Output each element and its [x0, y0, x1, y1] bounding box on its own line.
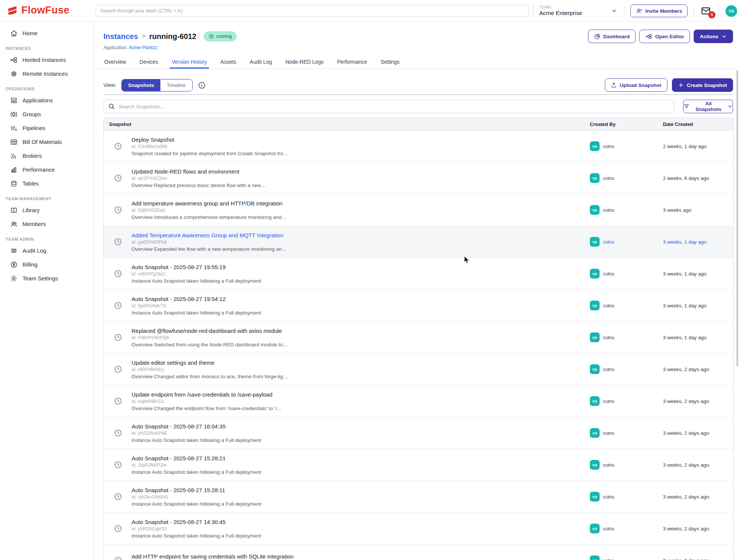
table-row[interactable]: Update editor settings and theme id: AlR… — [104, 353, 733, 385]
date-created-cell: 3 weeks, 1 day ago — [663, 322, 733, 353]
tab-performance[interactable]: Performance — [337, 55, 367, 69]
tab-settings[interactable]: Settings — [381, 55, 400, 69]
table-row[interactable]: Update endpoint from /save-credentials t… — [104, 385, 733, 417]
notifications-button[interactable]: 5 — [701, 6, 711, 15]
info-icon[interactable] — [198, 81, 206, 89]
snapshot-description: Instance Auto Snapshot taken following a… — [132, 437, 261, 443]
sidebar-section-header: TEAM MANAGEMENT — [6, 196, 93, 201]
snapshot-title[interactable]: Add HTTP endpoint for saving credentials… — [132, 553, 293, 560]
snapshot-title[interactable]: Update endpoint from /save-credentials t… — [132, 391, 282, 398]
sidebar-item-bill-of-materials[interactable]: Bill Of Materials — [0, 135, 93, 149]
snapshot-title[interactable]: Replaced @flowfuse/node-red-dashboard wi… — [132, 328, 288, 334]
search-icon — [108, 103, 115, 111]
pipelines-icon — [10, 124, 18, 132]
table-row[interactable]: Auto Snapshot - 2025-08-27 19:54:12 id: … — [104, 290, 733, 322]
tab-audit-log[interactable]: Audit Log — [250, 55, 272, 69]
snapshot-filter-dropdown[interactable]: All Snapshots — [683, 100, 733, 113]
chevron-down-icon[interactable] — [611, 8, 617, 14]
tables-icon — [10, 180, 18, 187]
snapshot-title[interactable]: Added Temperature Awareness Group and MQ… — [132, 232, 287, 238]
sidebar-item-hosted-instances[interactable]: Hosted Instances — [0, 53, 93, 67]
sidebar-item-brokers[interactable]: Brokers — [0, 149, 93, 163]
snapshot-title[interactable]: Deploy Snapshot — [132, 136, 288, 143]
status-running-icon — [209, 34, 214, 39]
open-editor-button[interactable]: Open Editor — [639, 30, 690, 43]
sidebar-item-label: Library — [22, 207, 40, 213]
tab-timeline[interactable]: Timeline — [160, 79, 192, 91]
sidebar-item-home[interactable]: Home — [0, 26, 93, 40]
table-row[interactable]: Auto Snapshot - 2025-08-27 15:28:11 id: … — [104, 481, 733, 513]
avatar: cs — [590, 237, 600, 247]
snapshot-title[interactable]: Update editor settings and theme — [132, 359, 288, 366]
table-row[interactable]: Replaced @flowfuse/node-red-dashboard wi… — [104, 322, 733, 353]
table-row[interactable]: Auto Snapshot - 2025-08-27 15:28:21 id: … — [104, 449, 733, 481]
scrollbar-thumb[interactable] — [736, 70, 738, 366]
table-row[interactable]: Auto Snapshot - 2025-08-27 16:04:35 id: … — [104, 417, 733, 449]
sidebar-item-label: Members — [22, 221, 46, 227]
snapshot-id: id: eojkWlBPZa — [132, 399, 282, 404]
snapshot-search-input[interactable] — [103, 100, 674, 113]
create-snapshot-button[interactable]: Create Snapshot — [672, 78, 733, 92]
application-link[interactable]: Acme Plantzz — [129, 45, 157, 50]
tab-version-history[interactable]: Version History — [172, 55, 207, 69]
sidebar-item-members[interactable]: Members — [0, 217, 93, 231]
tab-node-red-logs[interactable]: Node-RED Logs — [286, 55, 324, 69]
topbar-divider — [624, 6, 624, 16]
date-created-cell: 3 weeks, 2 days ago — [663, 545, 733, 560]
sidebar-item-remote-instances[interactable]: Remote Instances — [0, 67, 93, 81]
sidebar-item-pipelines[interactable]: Pipelines — [0, 121, 93, 135]
dashboard-button[interactable]: Dashboard — [588, 30, 636, 43]
team-label: TEAM: — [539, 5, 606, 9]
sidebar-item-applications[interactable]: Applications — [0, 93, 93, 107]
audit-log-icon — [10, 247, 18, 255]
sidebar-item-performance[interactable]: Performance — [0, 163, 93, 177]
tab-snapshots[interactable]: Snapshots — [122, 79, 160, 91]
topbar-divider — [694, 6, 694, 16]
snapshot-title[interactable]: Auto Snapshot - 2025-08-27 19:55:19 — [132, 264, 261, 270]
snapshot-title[interactable]: Auto Snapshot - 2025-08-27 16:04:35 — [132, 423, 261, 430]
team-selector[interactable]: TEAM: Acme Enterprise — [539, 5, 606, 16]
breadcrumb-instances-link[interactable]: Instances — [103, 32, 138, 41]
table-row[interactable]: Added Temperature Awareness Group and MQ… — [104, 226, 733, 258]
snapshot-title[interactable]: Add temperature awareness group and HTTP… — [132, 200, 286, 207]
author-name: cstns — [603, 526, 614, 532]
upload-snapshot-button[interactable]: Upload Snapshot — [605, 78, 667, 92]
sidebar-item-library[interactable]: Library — [0, 203, 93, 217]
avatar: cs — [590, 173, 600, 183]
sidebar-item-audit-log[interactable]: Audit Log — [0, 244, 93, 258]
invite-members-button[interactable]: Invite Members — [630, 4, 688, 17]
clock-icon — [114, 238, 122, 246]
sidebar-item-groups[interactable]: Groups — [0, 107, 93, 121]
sidebar-item-billing[interactable]: Billing — [0, 258, 93, 271]
global-search-input[interactable] — [96, 5, 529, 16]
breadcrumb: Instances > running-6012 running Dashboa… — [103, 29, 733, 43]
sidebar-item-label: Applications — [22, 97, 53, 103]
tab-assets[interactable]: Assets — [220, 55, 236, 69]
table-row[interactable]: Auto Snapshot - 2025-08-27 14:30:45 id: … — [104, 513, 733, 545]
snapshot-description: Snapshot created for pipeline deployment… — [132, 151, 288, 156]
snapshot-title[interactable]: Auto Snapshot - 2025-08-27 14:30:45 — [132, 519, 261, 525]
snapshot-description: Overview Changed the endpoint flow from … — [132, 406, 282, 411]
table-row[interactable]: Deploy Snapshot id: X3o6Bw1k9W Snapshot … — [104, 130, 733, 162]
sidebar-item-label: Performance — [22, 166, 55, 173]
sidebar-item-tables[interactable]: Tables — [0, 177, 93, 190]
topbar-divider — [718, 6, 719, 16]
user-avatar[interactable]: cs — [726, 5, 737, 17]
flowfuse-logo[interactable]: FlowFuse — [7, 4, 70, 16]
tab-devices[interactable]: Devices — [139, 55, 158, 69]
snapshot-title[interactable]: Auto Snapshot - 2025-08-27 15:28:11 — [132, 487, 261, 493]
snapshot-title[interactable]: Auto Snapshot - 2025-08-27 15:28:21 — [132, 455, 261, 461]
table-row[interactable]: Add temperature awareness group and HTTP… — [104, 194, 733, 226]
author-name: cstns — [603, 144, 614, 149]
actions-button[interactable]: Actions — [694, 30, 733, 43]
created-by-cell: cs cstns — [590, 353, 663, 385]
snapshot-title[interactable]: Updated Node-RED flows and environment — [132, 168, 266, 175]
table-row[interactable]: Updated Node-RED flows and environment i… — [104, 162, 733, 194]
sidebar-item-team-settings[interactable]: Team Settings — [0, 271, 93, 285]
snapshot-title[interactable]: Auto Snapshot - 2025-08-27 19:54:12 — [132, 296, 261, 302]
tab-overview[interactable]: Overview — [104, 55, 126, 69]
table-row[interactable]: Auto Snapshot - 2025-08-27 19:55:19 id: … — [104, 258, 733, 290]
clock-icon — [114, 270, 122, 278]
table-row[interactable]: Add HTTP endpoint for saving credentials… — [104, 545, 733, 560]
author-name: cstns — [603, 494, 614, 500]
